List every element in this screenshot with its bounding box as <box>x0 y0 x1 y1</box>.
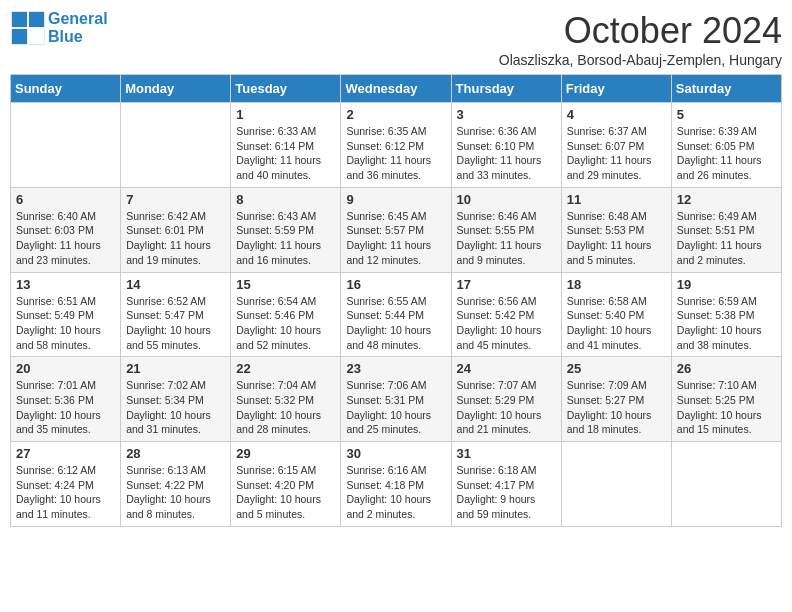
day-info: Sunrise: 6:35 AMSunset: 6:12 PMDaylight:… <box>346 124 445 183</box>
calendar-cell: 26Sunrise: 7:10 AMSunset: 5:25 PMDayligh… <box>671 357 781 442</box>
weekday-header-friday: Friday <box>561 75 671 103</box>
day-number: 14 <box>126 277 225 292</box>
day-info: Sunrise: 6:40 AMSunset: 6:03 PMDaylight:… <box>16 209 115 268</box>
logo-text: General Blue <box>48 10 108 45</box>
calendar-week-row: 1Sunrise: 6:33 AMSunset: 6:14 PMDaylight… <box>11 103 782 188</box>
day-number: 7 <box>126 192 225 207</box>
calendar-cell: 12Sunrise: 6:49 AMSunset: 5:51 PMDayligh… <box>671 187 781 272</box>
calendar-cell: 3Sunrise: 6:36 AMSunset: 6:10 PMDaylight… <box>451 103 561 188</box>
day-number: 22 <box>236 361 335 376</box>
day-info: Sunrise: 7:06 AMSunset: 5:31 PMDaylight:… <box>346 378 445 437</box>
calendar-cell: 22Sunrise: 7:04 AMSunset: 5:32 PMDayligh… <box>231 357 341 442</box>
day-number: 11 <box>567 192 666 207</box>
day-info: Sunrise: 6:58 AMSunset: 5:40 PMDaylight:… <box>567 294 666 353</box>
day-info: Sunrise: 7:10 AMSunset: 5:25 PMDaylight:… <box>677 378 776 437</box>
calendar-cell: 19Sunrise: 6:59 AMSunset: 5:38 PMDayligh… <box>671 272 781 357</box>
day-info: Sunrise: 6:59 AMSunset: 5:38 PMDaylight:… <box>677 294 776 353</box>
day-number: 5 <box>677 107 776 122</box>
location-subtitle: Olaszliszka, Borsod-Abauj-Zemplen, Hunga… <box>499 52 782 68</box>
day-number: 29 <box>236 446 335 461</box>
calendar-cell <box>11 103 121 188</box>
day-info: Sunrise: 6:12 AMSunset: 4:24 PMDaylight:… <box>16 463 115 522</box>
day-info: Sunrise: 7:07 AMSunset: 5:29 PMDaylight:… <box>457 378 556 437</box>
day-info: Sunrise: 6:18 AMSunset: 4:17 PMDaylight:… <box>457 463 556 522</box>
calendar-week-row: 6Sunrise: 6:40 AMSunset: 6:03 PMDaylight… <box>11 187 782 272</box>
calendar-cell: 29Sunrise: 6:15 AMSunset: 4:20 PMDayligh… <box>231 442 341 527</box>
calendar-cell: 18Sunrise: 6:58 AMSunset: 5:40 PMDayligh… <box>561 272 671 357</box>
page-header: General Blue October 2024 Olaszliszka, B… <box>10 10 782 68</box>
calendar-cell: 31Sunrise: 6:18 AMSunset: 4:17 PMDayligh… <box>451 442 561 527</box>
calendar-cell: 21Sunrise: 7:02 AMSunset: 5:34 PMDayligh… <box>121 357 231 442</box>
calendar-cell: 10Sunrise: 6:46 AMSunset: 5:55 PMDayligh… <box>451 187 561 272</box>
calendar-cell: 15Sunrise: 6:54 AMSunset: 5:46 PMDayligh… <box>231 272 341 357</box>
day-info: Sunrise: 7:09 AMSunset: 5:27 PMDaylight:… <box>567 378 666 437</box>
svg-rect-3 <box>12 29 27 44</box>
day-info: Sunrise: 6:15 AMSunset: 4:20 PMDaylight:… <box>236 463 335 522</box>
svg-rect-2 <box>29 12 44 27</box>
calendar-cell <box>561 442 671 527</box>
logo: General Blue <box>10 10 108 46</box>
calendar-cell: 2Sunrise: 6:35 AMSunset: 6:12 PMDaylight… <box>341 103 451 188</box>
calendar-cell: 23Sunrise: 7:06 AMSunset: 5:31 PMDayligh… <box>341 357 451 442</box>
day-info: Sunrise: 7:04 AMSunset: 5:32 PMDaylight:… <box>236 378 335 437</box>
day-number: 23 <box>346 361 445 376</box>
calendar-cell: 30Sunrise: 6:16 AMSunset: 4:18 PMDayligh… <box>341 442 451 527</box>
day-number: 30 <box>346 446 445 461</box>
calendar-cell: 7Sunrise: 6:42 AMSunset: 6:01 PMDaylight… <box>121 187 231 272</box>
weekday-header-thursday: Thursday <box>451 75 561 103</box>
calendar-cell: 16Sunrise: 6:55 AMSunset: 5:44 PMDayligh… <box>341 272 451 357</box>
day-number: 20 <box>16 361 115 376</box>
day-number: 19 <box>677 277 776 292</box>
calendar-cell: 13Sunrise: 6:51 AMSunset: 5:49 PMDayligh… <box>11 272 121 357</box>
calendar-cell <box>671 442 781 527</box>
day-info: Sunrise: 6:55 AMSunset: 5:44 PMDaylight:… <box>346 294 445 353</box>
calendar-cell: 27Sunrise: 6:12 AMSunset: 4:24 PMDayligh… <box>11 442 121 527</box>
day-number: 26 <box>677 361 776 376</box>
day-info: Sunrise: 6:49 AMSunset: 5:51 PMDaylight:… <box>677 209 776 268</box>
day-number: 13 <box>16 277 115 292</box>
day-info: Sunrise: 7:02 AMSunset: 5:34 PMDaylight:… <box>126 378 225 437</box>
calendar-week-row: 13Sunrise: 6:51 AMSunset: 5:49 PMDayligh… <box>11 272 782 357</box>
calendar-week-row: 27Sunrise: 6:12 AMSunset: 4:24 PMDayligh… <box>11 442 782 527</box>
day-info: Sunrise: 6:51 AMSunset: 5:49 PMDaylight:… <box>16 294 115 353</box>
day-info: Sunrise: 6:43 AMSunset: 5:59 PMDaylight:… <box>236 209 335 268</box>
calendar-cell <box>121 103 231 188</box>
day-info: Sunrise: 6:16 AMSunset: 4:18 PMDaylight:… <box>346 463 445 522</box>
weekday-header-saturday: Saturday <box>671 75 781 103</box>
day-number: 1 <box>236 107 335 122</box>
day-info: Sunrise: 6:36 AMSunset: 6:10 PMDaylight:… <box>457 124 556 183</box>
weekday-header-monday: Monday <box>121 75 231 103</box>
day-info: Sunrise: 6:48 AMSunset: 5:53 PMDaylight:… <box>567 209 666 268</box>
calendar-cell: 28Sunrise: 6:13 AMSunset: 4:22 PMDayligh… <box>121 442 231 527</box>
calendar-cell: 25Sunrise: 7:09 AMSunset: 5:27 PMDayligh… <box>561 357 671 442</box>
calendar-cell: 8Sunrise: 6:43 AMSunset: 5:59 PMDaylight… <box>231 187 341 272</box>
day-number: 10 <box>457 192 556 207</box>
calendar-cell: 17Sunrise: 6:56 AMSunset: 5:42 PMDayligh… <box>451 272 561 357</box>
weekday-header-tuesday: Tuesday <box>231 75 341 103</box>
day-info: Sunrise: 6:37 AMSunset: 6:07 PMDaylight:… <box>567 124 666 183</box>
day-info: Sunrise: 6:42 AMSunset: 6:01 PMDaylight:… <box>126 209 225 268</box>
day-number: 31 <box>457 446 556 461</box>
calendar-cell: 6Sunrise: 6:40 AMSunset: 6:03 PMDaylight… <box>11 187 121 272</box>
svg-rect-5 <box>29 29 44 44</box>
title-section: October 2024 Olaszliszka, Borsod-Abauj-Z… <box>499 10 782 68</box>
calendar-cell: 9Sunrise: 6:45 AMSunset: 5:57 PMDaylight… <box>341 187 451 272</box>
day-info: Sunrise: 6:56 AMSunset: 5:42 PMDaylight:… <box>457 294 556 353</box>
calendar-header-row: SundayMondayTuesdayWednesdayThursdayFrid… <box>11 75 782 103</box>
day-number: 9 <box>346 192 445 207</box>
day-number: 3 <box>457 107 556 122</box>
calendar-cell: 14Sunrise: 6:52 AMSunset: 5:47 PMDayligh… <box>121 272 231 357</box>
calendar-cell: 5Sunrise: 6:39 AMSunset: 6:05 PMDaylight… <box>671 103 781 188</box>
day-number: 28 <box>126 446 225 461</box>
calendar-cell: 24Sunrise: 7:07 AMSunset: 5:29 PMDayligh… <box>451 357 561 442</box>
svg-rect-1 <box>12 12 27 27</box>
day-number: 6 <box>16 192 115 207</box>
day-number: 4 <box>567 107 666 122</box>
day-info: Sunrise: 6:46 AMSunset: 5:55 PMDaylight:… <box>457 209 556 268</box>
calendar-cell: 11Sunrise: 6:48 AMSunset: 5:53 PMDayligh… <box>561 187 671 272</box>
day-number: 2 <box>346 107 445 122</box>
day-number: 12 <box>677 192 776 207</box>
day-info: Sunrise: 6:52 AMSunset: 5:47 PMDaylight:… <box>126 294 225 353</box>
calendar-cell: 1Sunrise: 6:33 AMSunset: 6:14 PMDaylight… <box>231 103 341 188</box>
day-info: Sunrise: 6:33 AMSunset: 6:14 PMDaylight:… <box>236 124 335 183</box>
